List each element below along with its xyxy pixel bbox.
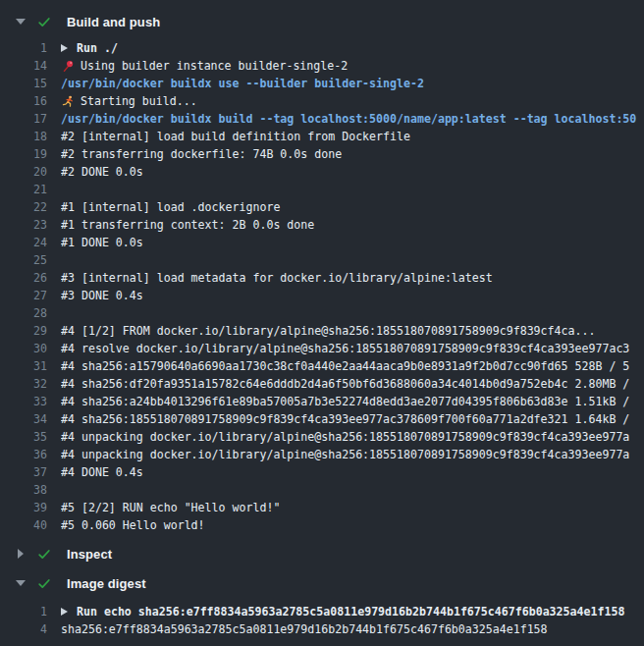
line-number[interactable]: 39	[0, 499, 47, 516]
line-content: #3 [internal] load metadata for docker.i…	[61, 269, 644, 287]
line-number[interactable]: 15	[0, 75, 47, 92]
line-number[interactable]: 20	[0, 163, 47, 181]
section-header-build-and-push[interactable]: Build and push	[0, 8, 644, 35]
line-number[interactable]: 4	[0, 620, 47, 638]
log-line: 25	[0, 251, 644, 269]
log-text: Using builder instance builder-single-2	[80, 57, 348, 75]
log-text: Run ./	[77, 39, 118, 57]
line-number[interactable]: 27	[0, 287, 47, 304]
chevron-down-icon[interactable]	[14, 19, 27, 25]
line-content: #4 sha256:a24bb4013296f61e89ba57005a7b3e…	[61, 393, 644, 410]
line-number[interactable]: 34	[0, 410, 47, 428]
line-content: #4 unpacking docker.io/library/alpine@sh…	[61, 428, 644, 446]
line-content: Run echo sha256:e7ff8834a5963a2785c5a081…	[61, 603, 644, 620]
log-text: #4 unpacking docker.io/library/alpine@sh…	[61, 428, 629, 446]
log-text: #3 DONE 0.4s	[61, 287, 143, 304]
line-content: #4 unpacking docker.io/library/alpine@sh…	[61, 446, 644, 463]
line-number[interactable]: 1	[0, 603, 47, 620]
line-number[interactable]: 19	[0, 145, 47, 163]
line-number[interactable]: 37	[0, 463, 47, 481]
line-number[interactable]: 22	[0, 198, 47, 216]
log-line: 26#3 [internal] load metadata for docker…	[0, 269, 644, 287]
line-content: sha256:e7ff8834a5963a2785c5a0811e979d16b…	[61, 620, 644, 638]
line-content: #2 transferring dockerfile: 74B 0.0s don…	[61, 145, 644, 163]
log-text: #4 DONE 0.4s	[61, 463, 143, 481]
log-text: sha256:e7ff8834a5963a2785c5a0811e979d16b…	[61, 620, 548, 638]
log-line: 31#4 sha256:a15790640a6690aa1730c38cf0a4…	[0, 357, 644, 375]
line-content: Run ./	[61, 39, 644, 57]
check-icon	[37, 547, 51, 561]
log-text: #4 resolve docker.io/library/alpine@sha2…	[61, 340, 629, 357]
expand-step-icon[interactable]	[61, 44, 68, 52]
section-lines-build-and-push: 1Run ./14Using builder instance builder-…	[0, 39, 644, 534]
line-number[interactable]: 1	[0, 39, 47, 57]
line-number[interactable]: 24	[0, 234, 47, 251]
chevron-down-icon[interactable]	[14, 580, 27, 586]
line-number[interactable]: 16	[0, 92, 47, 110]
log-line: 34#4 sha256:185518070891758909c9f839cf4c…	[0, 410, 644, 428]
log-line: 4sha256:e7ff8834a5963a2785c5a0811e979d16…	[0, 620, 644, 638]
line-number[interactable]: 35	[0, 428, 47, 446]
line-number[interactable]: 31	[0, 357, 47, 375]
log-line: 24#1 DONE 0.0s	[0, 234, 644, 251]
log-line: 18#2 [internal] load build definition fr…	[0, 128, 644, 145]
log-line: 35#4 unpacking docker.io/library/alpine@…	[0, 428, 644, 446]
line-number[interactable]: 26	[0, 269, 47, 287]
log-line: 29#4 [1/2] FROM docker.io/library/alpine…	[0, 322, 644, 340]
log-text: #5 0.060 Hello world!	[61, 516, 205, 534]
log-text: #2 transferring dockerfile: 74B 0.0s don…	[61, 145, 342, 163]
log-line: 27#3 DONE 0.4s	[0, 287, 644, 304]
check-icon	[37, 576, 51, 590]
workflow-log-viewer: Build and push1Run ./14Using builder ins…	[0, 0, 644, 646]
log-line: 33#4 sha256:a24bb4013296f61e89ba57005a7b…	[0, 393, 644, 410]
section-title: Image digest	[67, 576, 146, 591]
section-header-inspect[interactable]: Inspect	[0, 540, 644, 567]
line-content: #5 [2/2] RUN echo "Hello world!"	[61, 499, 644, 516]
log-line: 30#4 resolve docker.io/library/alpine@sh…	[0, 340, 644, 357]
line-number[interactable]: 14	[0, 57, 47, 75]
log-line: 19#2 transferring dockerfile: 74B 0.0s d…	[0, 145, 644, 163]
log-text: #5 [2/2] RUN echo "Hello world!"	[61, 499, 280, 516]
line-number[interactable]: 23	[0, 216, 47, 234]
line-content: #1 DONE 0.0s	[61, 234, 644, 251]
section-header-image-digest[interactable]: Image digest	[0, 569, 644, 597]
check-icon	[37, 15, 51, 28]
log-line: 1Run ./	[0, 39, 644, 57]
line-content: Starting build...	[61, 92, 644, 110]
expand-step-icon[interactable]	[61, 608, 68, 616]
pushpin-icon	[61, 59, 75, 73]
line-number[interactable]: 38	[0, 481, 47, 499]
log-line: 38	[0, 481, 644, 499]
line-number[interactable]: 33	[0, 393, 47, 410]
line-content: #2 DONE 0.0s	[61, 163, 644, 181]
line-number[interactable]: 30	[0, 340, 47, 357]
line-number[interactable]: 32	[0, 375, 47, 393]
line-content: #2 [internal] load build definition from…	[61, 128, 644, 145]
log-text: #4 sha256:df20fa9351a15782c64e6dddb2d4a6…	[61, 375, 629, 393]
log-text: #4 sha256:a15790640a6690aa1730c38cf0a440…	[61, 357, 629, 375]
log-line: 23#1 transferring context: 2B 0.0s done	[0, 216, 644, 234]
line-content: #1 [internal] load .dockerignore	[61, 198, 644, 216]
line-number[interactable]: 29	[0, 322, 47, 340]
log-text: Run echo sha256:e7ff8834a5963a2785c5a081…	[77, 603, 624, 620]
line-number[interactable]: 17	[0, 110, 47, 128]
line-number[interactable]: 21	[0, 181, 47, 198]
log-text: #4 unpacking docker.io/library/alpine@sh…	[61, 446, 629, 463]
log-text: #4 sha256:185518070891758909c9f839cf4ca3…	[61, 410, 629, 428]
line-number[interactable]: 36	[0, 446, 47, 463]
line-content: #1 transferring context: 2B 0.0s done	[61, 216, 644, 234]
line-content: #4 sha256:a15790640a6690aa1730c38cf0a440…	[61, 357, 644, 375]
line-number[interactable]: 18	[0, 128, 47, 145]
chevron-right-icon[interactable]	[14, 549, 27, 559]
log-line: 17/usr/bin/docker buildx build --tag loc…	[0, 110, 644, 128]
log-line: 22#1 [internal] load .dockerignore	[0, 198, 644, 216]
line-number[interactable]: 40	[0, 516, 47, 534]
line-content: #4 sha256:df20fa9351a15782c64e6dddb2d4a6…	[61, 375, 644, 393]
log-line: 1Run echo sha256:e7ff8834a5963a2785c5a08…	[0, 603, 644, 620]
runner-icon	[61, 94, 75, 108]
log-text: #4 sha256:a24bb4013296f61e89ba57005a7b3e…	[61, 393, 629, 410]
line-content: #4 [1/2] FROM docker.io/library/alpine@s…	[61, 322, 644, 340]
line-number[interactable]: 28	[0, 304, 47, 322]
line-number[interactable]: 25	[0, 251, 47, 269]
log-line: 28	[0, 304, 644, 322]
